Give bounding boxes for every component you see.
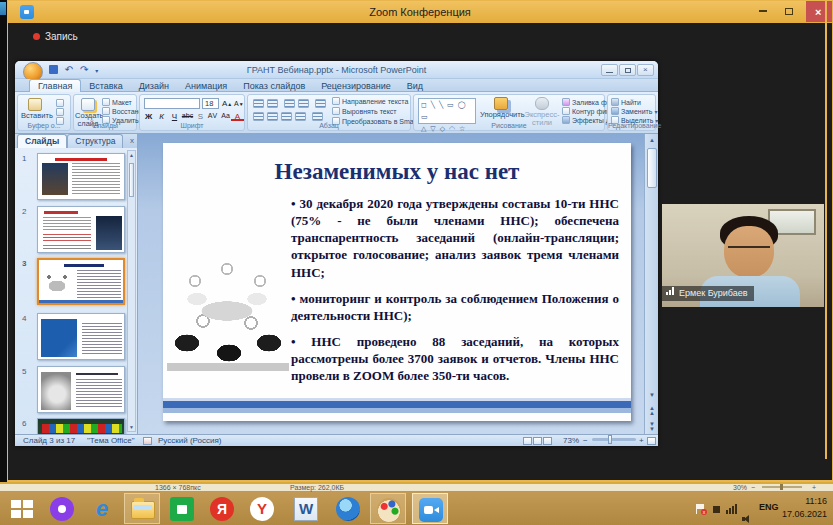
paint-zoom-slider[interactable] bbox=[762, 484, 802, 491]
powerpoint-titlebar[interactable]: ↶ ↷ ▾ ГРАНТ Вебинар.pptx - Microsoft Pow… bbox=[15, 61, 658, 79]
fit-to-window-icon[interactable] bbox=[647, 437, 656, 445]
start-button[interactable] bbox=[4, 493, 40, 524]
numbering-icon[interactable] bbox=[267, 99, 278, 108]
outline-tab[interactable]: Структура bbox=[67, 134, 123, 148]
undo-button[interactable]: ↶ bbox=[65, 64, 73, 75]
paint-zoom-in-icon[interactable]: + bbox=[812, 484, 816, 491]
font-size-combobox[interactable]: 18 bbox=[202, 98, 219, 109]
text-direction-button[interactable]: Направление текста bbox=[332, 97, 408, 106]
qat-customize-dropdown-icon[interactable]: ▾ bbox=[95, 67, 98, 74]
network-icon[interactable] bbox=[726, 504, 737, 514]
ppt-minimize-button[interactable] bbox=[601, 64, 618, 76]
clock[interactable]: 11:16 17.06.2021 bbox=[782, 495, 827, 521]
minimize-button[interactable] bbox=[750, 1, 776, 22]
scroll-thumb[interactable] bbox=[647, 148, 657, 188]
underline-button[interactable]: Ч bbox=[168, 112, 181, 121]
previous-slide-button[interactable]: ▲▲ bbox=[645, 406, 658, 416]
redo-button[interactable]: ↷ bbox=[80, 64, 88, 75]
taskbar-zoom-button[interactable] bbox=[412, 493, 448, 524]
slide-thumbnail-6[interactable] bbox=[37, 418, 125, 434]
tab-animation[interactable]: Анимация bbox=[177, 80, 235, 92]
maximize-button[interactable] bbox=[776, 1, 802, 22]
volume-icon[interactable] bbox=[742, 514, 753, 524]
bold-button[interactable]: Ж bbox=[142, 112, 155, 121]
justify-icon[interactable] bbox=[295, 112, 306, 121]
taskbar-word-button[interactable]: W bbox=[288, 493, 324, 524]
paint-zoom-out-icon[interactable]: − bbox=[751, 484, 755, 491]
align-right-icon[interactable] bbox=[281, 112, 292, 121]
zoom-in-icon[interactable]: + bbox=[639, 436, 644, 446]
bullets-icon[interactable] bbox=[253, 99, 264, 108]
tab-insert[interactable]: Вставка bbox=[81, 80, 130, 92]
slide-title[interactable]: Незаменимых у нас нет bbox=[163, 159, 631, 185]
align-left-icon[interactable] bbox=[253, 112, 264, 121]
next-slide-button[interactable]: ▼▼ bbox=[645, 422, 658, 432]
language-indicator[interactable]: Русский (Россия) bbox=[158, 436, 221, 446]
slides-tab[interactable]: Слайды bbox=[17, 134, 67, 148]
slide-sorter-icon[interactable] bbox=[533, 437, 542, 445]
taskbar-edge-button[interactable] bbox=[330, 493, 366, 524]
character-spacing-button[interactable]: АV bbox=[206, 112, 219, 119]
tab-view[interactable]: Вид bbox=[399, 80, 431, 92]
slide-thumbnail-4[interactable] bbox=[37, 313, 125, 360]
align-center-icon[interactable] bbox=[267, 112, 278, 121]
power-icon[interactable] bbox=[711, 504, 722, 514]
action-center-icon[interactable]: x bbox=[695, 504, 706, 514]
slideshow-icon[interactable] bbox=[543, 437, 552, 445]
strikethrough-button[interactable]: abc bbox=[181, 112, 194, 119]
save-button[interactable] bbox=[49, 65, 58, 74]
find-button[interactable]: Найти bbox=[611, 98, 641, 107]
taskbar-file-explorer-button[interactable] bbox=[124, 493, 160, 524]
panel-scroll-down-icon[interactable]: ▼ bbox=[128, 424, 135, 430]
language-switcher[interactable]: ENG bbox=[759, 502, 779, 512]
taskbar-ie-button[interactable]: e bbox=[84, 493, 120, 524]
shrink-font-button[interactable]: А▼ bbox=[234, 99, 244, 109]
decrease-indent-icon[interactable] bbox=[284, 99, 295, 108]
line-spacing-icon[interactable] bbox=[315, 99, 326, 108]
zoom-slider-thumb[interactable] bbox=[608, 435, 612, 444]
tab-home[interactable]: Главная bbox=[29, 79, 81, 92]
taskbar-paint-button[interactable] bbox=[370, 493, 406, 524]
normal-view-icon[interactable] bbox=[523, 437, 532, 445]
slide-thumbnail-2[interactable] bbox=[37, 206, 125, 253]
spellcheck-icon[interactable] bbox=[143, 437, 152, 445]
ppt-close-button[interactable]: × bbox=[637, 64, 654, 76]
slide-thumbnail-5[interactable] bbox=[37, 366, 125, 413]
cut-icon[interactable] bbox=[56, 99, 64, 107]
taskbar-store-button[interactable] bbox=[164, 493, 200, 524]
shapes-gallery[interactable]: ◻ ╲ ╲ ▭ ◯ ▭ △ ▽ ◇ ◠ ☆ bbox=[418, 98, 476, 124]
tab-design[interactable]: Дизайн bbox=[131, 80, 177, 92]
grow-font-button[interactable]: А▲ bbox=[222, 99, 232, 109]
webcam-video[interactable]: Ермек Бурибаев bbox=[662, 204, 824, 307]
tab-slideshow[interactable]: Показ слайдов bbox=[235, 80, 313, 92]
panel-scroll-up-icon[interactable]: ▲ bbox=[128, 152, 135, 158]
zoom-slider[interactable] bbox=[592, 436, 636, 446]
increase-indent-icon[interactable] bbox=[298, 99, 309, 108]
layout-button[interactable]: Макет bbox=[102, 98, 132, 107]
taskbar-yandex-browser-button[interactable]: Y bbox=[244, 493, 280, 524]
panel-close-icon[interactable]: x bbox=[130, 136, 134, 145]
editor-scrollbar[interactable]: ▲ ▼ ▲▲ ▼▼ bbox=[644, 134, 658, 434]
scroll-up-icon[interactable]: ▲ bbox=[645, 137, 658, 143]
columns-icon[interactable] bbox=[312, 112, 323, 121]
align-text-button[interactable]: Выровнять текст bbox=[332, 107, 397, 116]
ppt-restore-button[interactable] bbox=[619, 64, 636, 76]
slide-clipart-people-meeting[interactable] bbox=[167, 203, 289, 408]
panel-scroll-thumb[interactable] bbox=[129, 163, 134, 197]
zoom-window-titlebar[interactable]: Zoom Конференция × bbox=[8, 1, 832, 23]
desktop-shortcut-icon[interactable] bbox=[0, 2, 6, 15]
zoom-out-icon[interactable]: − bbox=[583, 436, 588, 446]
paint-zoom-slider-thumb[interactable] bbox=[780, 484, 783, 490]
slide-canvas[interactable]: Незаменимых у нас нет • 30 декабря 2020 … bbox=[163, 143, 631, 421]
slides-panel-scrollbar[interactable]: ▲ ▼ bbox=[127, 150, 136, 432]
slide-thumbnail-1[interactable] bbox=[37, 153, 125, 200]
taskbar-yandex-button[interactable]: Я bbox=[204, 493, 240, 524]
taskbar-alice-button[interactable] bbox=[44, 493, 80, 524]
slide-body-text[interactable]: • 30 декабря 2020 года утверждены состав… bbox=[291, 195, 619, 394]
paste-button[interactable]: Вставить bbox=[21, 98, 49, 120]
copy-icon[interactable] bbox=[56, 108, 64, 116]
tab-review[interactable]: Рецензирование bbox=[313, 80, 399, 92]
slide-thumbnail-3-selected[interactable] bbox=[37, 258, 125, 305]
scroll-down-icon[interactable]: ▼ bbox=[645, 392, 658, 398]
italic-button[interactable]: К bbox=[155, 112, 168, 121]
